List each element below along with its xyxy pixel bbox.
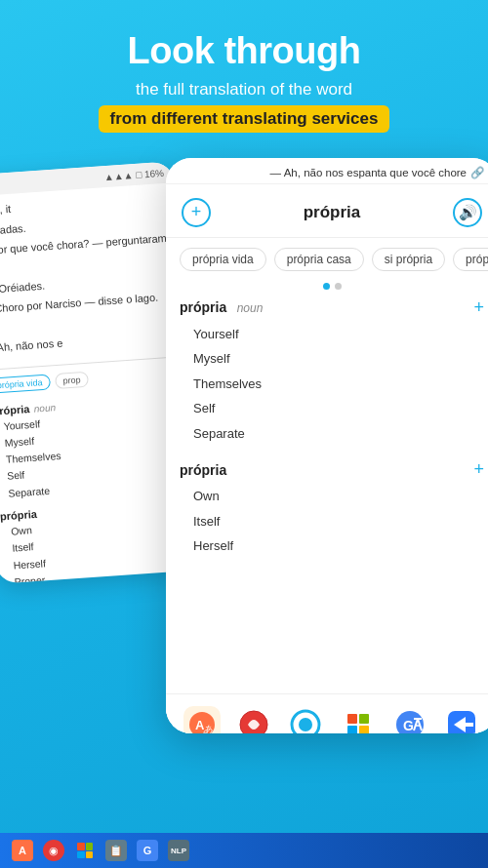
service-microsoft[interactable] <box>340 706 377 733</box>
dict-topbar: + própria 🔊 <box>166 184 488 238</box>
entry-word-2: própria <box>180 462 226 478</box>
win-cell-green <box>359 714 369 724</box>
back-pos-1: noun <box>33 401 56 414</box>
entry-word-1: própria <box>180 299 226 315</box>
entry-item-herself: Herself <box>180 533 484 559</box>
header-section: Look through the full translation of the… <box>0 0 488 148</box>
win-cell-yellow <box>359 726 369 733</box>
entry-group-1: própria noun + Yourself Myself Themselve… <box>180 297 484 447</box>
dict-panel: + própria 🔊 própria vida própria casa si… <box>166 184 488 733</box>
dict-word: própria <box>304 203 361 222</box>
service-arrow-app[interactable] <box>443 706 480 733</box>
taskbar-icon-nlp[interactable]: NLP <box>168 840 189 861</box>
tag-propria-vida[interactable]: própria vida <box>180 248 266 271</box>
windows-icon <box>347 714 369 733</box>
dict-sound-button[interactable]: 🔊 <box>453 198 482 227</box>
win-cell-red <box>347 714 357 724</box>
entry-plus-2[interactable]: + <box>473 459 484 480</box>
entry-plus-1[interactable]: + <box>473 297 484 318</box>
sound-icon: 🔊 <box>459 204 477 221</box>
add-icon: + <box>191 202 202 222</box>
entry-item-itself: Itself <box>180 509 484 534</box>
dot-1 <box>323 283 330 290</box>
taskbar-icon-1[interactable]: A <box>12 840 33 861</box>
arrow-app-icon <box>446 709 477 733</box>
dict-dots <box>166 283 488 290</box>
front-top-link-icon: 🔗 <box>470 166 484 179</box>
entry-word-pos-1: própria noun <box>180 298 263 316</box>
entry-header-2: própria + <box>180 459 484 480</box>
back-signal: ▲▲▲ □ 16% <box>103 167 164 181</box>
entry-item-yourself: Yourself <box>180 322 484 347</box>
header-highlight: from different translating services <box>99 105 390 133</box>
service-bar: A あ <box>166 693 488 733</box>
entry-item-self: Self <box>180 396 484 421</box>
back-word-2: própria <box>0 508 37 523</box>
taskbar-win-grid <box>77 843 93 858</box>
entry-item-separate: Separate <box>180 421 484 447</box>
front-top-text: — Ah, não nos espanta que você chore 🔗 <box>166 158 488 184</box>
taskbar: A ◉ 📋 G NLP <box>0 833 488 868</box>
dict-entries: própria noun + Yourself Myself Themselve… <box>166 297 488 693</box>
dict-tags-row: própria vida própria casa si própria pró… <box>166 238 488 281</box>
service-circle-o[interactable] <box>287 706 324 733</box>
taskbar-left-icons: A ◉ 📋 G NLP <box>12 840 189 861</box>
header-title: Look through <box>20 31 468 72</box>
front-phone: — Ah, não nos espanta que você chore 🔗 +… <box>166 158 488 733</box>
google-translate-icon: G <box>394 709 426 733</box>
entry-item-themselves: Themselves <box>180 372 484 397</box>
taskbar-icon-lingvo[interactable]: ◉ <box>43 840 64 861</box>
win-cell-blue <box>347 726 357 733</box>
taskbar-icon-win[interactable] <box>74 840 96 861</box>
entry-header-1: própria noun + <box>180 297 484 318</box>
back-tag-2: prop <box>55 371 89 388</box>
tag-si-propria[interactable]: si própria <box>372 248 445 271</box>
tag-propria-c[interactable]: própria c <box>453 248 488 271</box>
svg-text:G: G <box>403 718 414 733</box>
svg-text:あ: あ <box>203 724 213 733</box>
service-a-translate[interactable]: A あ <box>183 706 221 733</box>
entry-pos-1: noun <box>237 301 264 315</box>
header-subtitle: the full translation of the word <box>20 80 468 99</box>
front-top-line: — Ah, não nos espanta que você chore <box>270 167 467 178</box>
entry-group-2: própria + Own Itself Herself <box>180 459 484 559</box>
circle-o-icon <box>290 709 321 733</box>
phone-container: 2:02 ▲▲▲ □ 16% roce, it salgadas. – Por … <box>0 158 488 753</box>
dot-2 <box>335 283 342 290</box>
entry-item-own: Own <box>180 484 484 509</box>
lingvo-icon <box>238 709 269 733</box>
svg-point-5 <box>299 718 312 731</box>
entry-word-pos-2: própria <box>180 461 226 479</box>
back-word-1: própria <box>0 402 30 416</box>
back-tag-1: própria vida <box>0 374 51 393</box>
dict-add-button[interactable]: + <box>182 198 211 227</box>
back-content: roce, it salgadas. – Por que você chora?… <box>0 182 186 366</box>
service-lingvo[interactable] <box>235 706 272 733</box>
taskbar-icon-clipboard[interactable]: 📋 <box>105 840 127 861</box>
tag-propria-casa[interactable]: própria casa <box>274 248 364 271</box>
a-translate-icon: A あ <box>188 711 216 733</box>
entry-item-myself: Myself <box>180 346 484 372</box>
taskbar-icon-google[interactable]: G <box>137 840 158 861</box>
service-google-translate[interactable]: G <box>391 706 428 733</box>
